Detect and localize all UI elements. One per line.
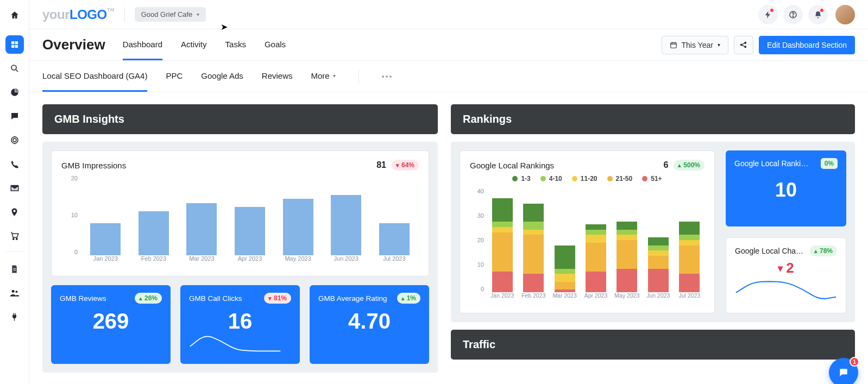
gmb-reviews-card: GMB Reviews 26% 269 (51, 285, 171, 364)
client-selector-label: Good Grief Cafe (141, 10, 193, 18)
gmb-impressions-card: GMB Impressions 81 64% 20100 Jan 2023Feb… (51, 150, 429, 276)
primary-tabs: Dashboard Activity Tasks Goals (123, 29, 286, 60)
delta-badge: 1% (397, 293, 420, 304)
dashboard-tabs: Local SEO Dashboard (GA4) PPC Google Ads… (29, 61, 868, 92)
cart-icon[interactable] (0, 224, 29, 248)
tab-activity[interactable]: Activity (181, 29, 207, 60)
svg-point-13 (15, 291, 17, 293)
lightning-notifications-button[interactable] (758, 5, 778, 24)
svg-point-22 (745, 46, 746, 48)
call-clicks-sparkline (189, 333, 281, 352)
card-title: Google Local Rankings (470, 161, 554, 170)
svg-point-20 (741, 44, 743, 46)
rankings-body: Google Local Rankings 6 500% 1-34-1011-2… (451, 142, 855, 322)
page-title: Overview (42, 36, 105, 53)
svg-line-24 (742, 45, 745, 47)
svg-line-23 (742, 43, 745, 45)
tab-dashboard[interactable]: Dashboard (123, 29, 162, 60)
change-value: ▾2 (778, 260, 794, 276)
gmb-avg-rating-card: GMB Average Rating 1% 4.70 (310, 285, 429, 364)
target-icon[interactable] (0, 128, 29, 152)
more-options-button[interactable]: ••• (382, 72, 393, 81)
map-pin-icon[interactable] (0, 200, 29, 224)
rail-separator (5, 251, 24, 251)
client-selector[interactable]: Good Grief Cafe ▾ (135, 7, 206, 22)
edit-dashboard-button[interactable]: Edit Dashboard Section (759, 36, 855, 54)
svg-point-4 (11, 65, 16, 70)
date-range-button[interactable]: This Year ▾ (662, 36, 728, 54)
tab-ppc[interactable]: PPC (166, 61, 183, 92)
svg-point-8 (12, 238, 14, 240)
tab-goals[interactable]: Goals (265, 29, 286, 60)
secondary-bar: Overview Dashboard Activity Tasks Goals … (29, 29, 868, 61)
svg-rect-1 (15, 41, 17, 44)
chat-icon[interactable] (0, 104, 29, 128)
delta-badge: 78% (810, 245, 837, 256)
home-icon[interactable] (0, 3, 29, 27)
top-bar: yourLOGOTM Good Grief Cafe ▾ (29, 0, 868, 29)
svg-rect-0 (11, 41, 14, 44)
tab-more[interactable]: More▾ (311, 61, 336, 92)
svg-point-12 (12, 289, 15, 292)
rankings-legend: 1-34-1011-2021-5051+ (470, 175, 705, 182)
delta-badge: 26% (135, 293, 162, 304)
svg-point-6 (11, 137, 18, 143)
search-icon[interactable] (0, 56, 29, 80)
google-local-change-stat: Google Local Cha… 78% ▾2 (726, 237, 846, 313)
svg-point-9 (16, 238, 17, 240)
brand-logo: yourLOGOTM (42, 7, 115, 22)
svg-point-21 (745, 42, 746, 43)
rankings-stacked-chart: 403020100 Jan 2023Feb 2023Mar 2023Apr 20… (470, 188, 705, 304)
gmb-column: GMB Insights GMB Impressions 81 64% 2010… (42, 104, 438, 372)
user-avatar[interactable] (835, 5, 855, 24)
svg-rect-2 (11, 45, 14, 48)
gmb-body: GMB Impressions 81 64% 20100 Jan 2023Feb… (42, 142, 438, 373)
dashboard-grid-icon[interactable] (5, 35, 24, 54)
content-area: GMB Insights GMB Impressions 81 64% 2010… (29, 92, 868, 384)
google-local-rankings-card: Google Local Rankings 6 500% 1-34-1011-2… (460, 150, 715, 313)
fab-badge: 1 (850, 357, 859, 367)
share-icon (739, 41, 747, 49)
card-value: 6 (663, 160, 668, 170)
envelope-icon[interactable] (0, 176, 29, 200)
google-local-rankings-stat: Google Local Rankings 0% 10 (726, 150, 846, 226)
chevron-down-icon: ▾ (333, 73, 336, 79)
svg-line-5 (16, 70, 18, 72)
pie-chart-icon[interactable] (0, 80, 29, 104)
gmb-stat-row: GMB Reviews 26% 269 GMB Call Clicks 81% … (51, 285, 429, 364)
notification-dot-icon (770, 9, 773, 12)
tab-google-ads[interactable]: Google Ads (201, 61, 243, 92)
section-header-gmb: GMB Insights (42, 104, 438, 134)
change-sparkline (735, 280, 837, 301)
tab-local-seo[interactable]: Local SEO Dashboard (GA4) (42, 61, 147, 92)
divider (358, 70, 359, 84)
calendar-icon (670, 41, 677, 49)
users-icon[interactable] (0, 281, 29, 305)
floating-action-button[interactable]: 1 (829, 358, 858, 384)
rankings-stat-stack: Google Local Rankings 0% 10 Google Local… (726, 150, 846, 313)
section-header-rankings: Rankings (451, 104, 855, 134)
edit-dashboard-label: Edit Dashboard Section (767, 41, 847, 49)
gmb-impressions-bar-chart: 20100 Jan 2023Feb 2023Mar 2023Apr 2023Ma… (61, 175, 419, 267)
chevron-down-icon: ▾ (197, 11, 199, 17)
svg-point-7 (13, 139, 16, 142)
svg-point-15 (792, 16, 793, 16)
delta-badge: 64% (392, 160, 419, 171)
help-button[interactable] (783, 5, 803, 24)
pct-badge: 0% (821, 158, 838, 169)
card-title: GMB Impressions (61, 161, 126, 170)
tab-reviews[interactable]: Reviews (262, 61, 293, 92)
chevron-down-icon: ▾ (718, 42, 720, 48)
divider (124, 7, 125, 22)
card-value: 81 (376, 160, 386, 170)
phone-icon[interactable] (0, 152, 29, 176)
share-button[interactable] (734, 36, 753, 54)
document-icon[interactable] (0, 257, 29, 281)
plug-icon[interactable] (0, 305, 29, 329)
delta-badge: 81% (264, 293, 291, 304)
date-range-label: This Year (682, 41, 713, 49)
tab-tasks[interactable]: Tasks (225, 29, 246, 60)
bell-notifications-button[interactable] (808, 5, 828, 24)
notification-dot-icon (820, 9, 823, 12)
delta-badge: 500% (674, 160, 705, 171)
